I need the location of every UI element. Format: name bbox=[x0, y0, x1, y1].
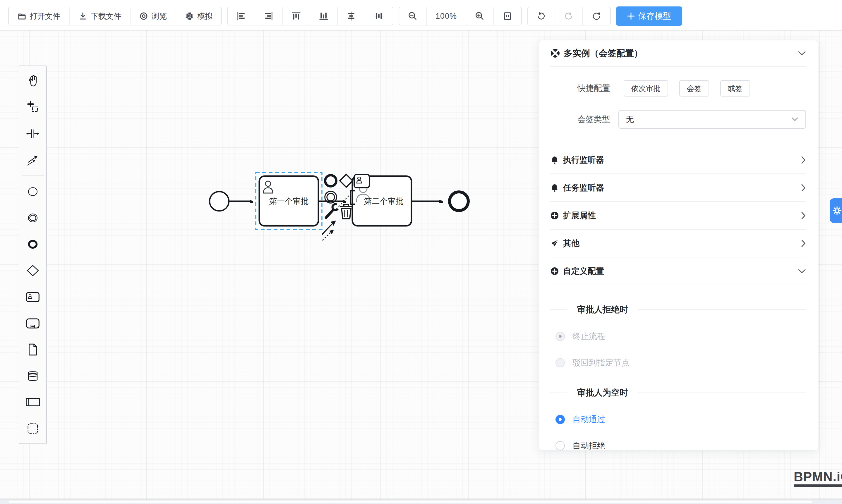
fit-viewport-icon bbox=[503, 11, 512, 21]
append-end-event-icon[interactable] bbox=[325, 175, 336, 186]
append-intermediate-event-icon[interactable] bbox=[325, 191, 337, 203]
download-file-button[interactable]: 下载文件 bbox=[70, 7, 130, 25]
panel-title-text: 多实例（会签配置） bbox=[564, 48, 643, 59]
radio-return-to-node[interactable]: 驳回到指定节点 bbox=[556, 357, 806, 368]
chevron-right-icon bbox=[801, 212, 806, 220]
align-top-button[interactable] bbox=[283, 7, 310, 25]
zoom-out-button[interactable] bbox=[399, 7, 427, 25]
radio-auto-pass[interactable]: 自动通过 bbox=[556, 414, 806, 425]
start-event-shape[interactable] bbox=[210, 192, 229, 211]
intermediate-event-icon bbox=[24, 209, 41, 227]
section-execution-listener[interactable]: 执行监听器 bbox=[550, 146, 806, 174]
horizontal-scrollbar[interactable] bbox=[0, 499, 842, 504]
append-text-annotation-icon[interactable] bbox=[351, 191, 355, 204]
chevron-down-icon bbox=[798, 269, 806, 274]
user-task-icon bbox=[24, 288, 41, 306]
scrollbar-thumb[interactable] bbox=[8, 500, 813, 503]
preview-button[interactable]: 浏览 bbox=[130, 7, 176, 25]
folder-open-icon bbox=[18, 12, 27, 20]
participant-icon bbox=[24, 393, 41, 411]
radio-icon bbox=[556, 358, 565, 367]
align-top-icon bbox=[291, 11, 301, 21]
lasso-tool[interactable] bbox=[19, 94, 46, 121]
divider-line bbox=[638, 309, 806, 310]
panel-header[interactable]: 多实例（会签配置） bbox=[550, 40, 806, 67]
sign-type-select[interactable]: 无 bbox=[618, 110, 806, 129]
toolbar: 打开文件 下载文件 浏览 bbox=[8, 6, 682, 26]
plus-icon bbox=[627, 12, 635, 20]
divider-line bbox=[550, 309, 567, 310]
chevron-down-icon bbox=[798, 51, 806, 56]
radio-auto-reject[interactable]: 自动拒绝 bbox=[556, 440, 806, 450]
open-file-label: 打开文件 bbox=[30, 11, 60, 21]
section-label: 扩展属性 bbox=[563, 210, 796, 221]
divider-line bbox=[638, 393, 806, 393]
section-task-listener[interactable]: 任务监听器 bbox=[550, 174, 806, 202]
undo-button[interactable] bbox=[528, 7, 555, 25]
hand-icon bbox=[24, 72, 41, 90]
task1-label: 第一个审批 bbox=[269, 197, 309, 205]
radio-terminate-process[interactable]: 终止流程 bbox=[556, 331, 806, 342]
chevron-right-icon bbox=[801, 156, 806, 164]
sign-type-value: 无 bbox=[626, 114, 634, 125]
section-custom-config[interactable]: 自定义配置 bbox=[550, 257, 806, 285]
reject-group-title: 审批人拒绝时 bbox=[577, 304, 628, 316]
palette-divider bbox=[22, 176, 44, 176]
bpmn-io-logo[interactable]: BPMN.iO bbox=[794, 470, 842, 487]
reset-icon bbox=[591, 11, 602, 21]
radio-label: 自动拒绝 bbox=[573, 440, 605, 450]
align-left-icon bbox=[236, 11, 246, 21]
append-user-task-icon[interactable] bbox=[354, 174, 369, 188]
section-label: 其他 bbox=[563, 238, 796, 249]
align-button-group bbox=[227, 7, 393, 25]
create-intermediate-event[interactable] bbox=[19, 205, 46, 231]
create-data-object[interactable] bbox=[19, 336, 46, 363]
create-gateway[interactable] bbox=[19, 257, 46, 284]
quick-config-options: 依次审批 会签 或签 bbox=[624, 80, 750, 96]
create-group[interactable] bbox=[19, 415, 46, 442]
space-tool[interactable] bbox=[19, 121, 46, 147]
open-file-button[interactable]: 打开文件 bbox=[9, 7, 70, 25]
panel-title: 多实例（会签配置） bbox=[550, 48, 798, 59]
quick-option-countersign[interactable]: 会签 bbox=[679, 80, 709, 96]
start-event-icon bbox=[24, 183, 41, 200]
section-extended-properties[interactable]: 扩展属性 bbox=[550, 202, 806, 230]
simulate-label: 模拟 bbox=[197, 11, 212, 21]
save-model-button[interactable]: 保存模型 bbox=[616, 6, 682, 26]
chevron-right-icon bbox=[801, 184, 806, 192]
align-center-horizontal-icon bbox=[346, 11, 356, 21]
section-label: 自定义配置 bbox=[563, 266, 794, 277]
align-middle-vertical-button[interactable] bbox=[365, 7, 393, 25]
fit-viewport-button[interactable] bbox=[494, 7, 521, 25]
zoom-in-button[interactable] bbox=[466, 7, 494, 25]
create-data-store[interactable] bbox=[19, 363, 46, 389]
global-connect-tool[interactable] bbox=[19, 147, 46, 173]
delete-trash-icon[interactable] bbox=[340, 205, 352, 219]
hand-tool[interactable] bbox=[19, 68, 46, 94]
sign-type-row: 会签类型 无 bbox=[550, 110, 806, 129]
quick-option-sequential[interactable]: 依次审批 bbox=[624, 80, 668, 96]
quick-option-orsign[interactable]: 或签 bbox=[720, 80, 750, 96]
align-right-button[interactable] bbox=[255, 7, 283, 25]
create-user-task[interactable] bbox=[19, 284, 46, 310]
create-subprocess[interactable] bbox=[19, 310, 46, 336]
align-left-button[interactable] bbox=[228, 7, 255, 25]
end-event-shape[interactable] bbox=[450, 192, 468, 211]
align-bottom-icon bbox=[318, 11, 329, 21]
task2-label: 第二个审批 bbox=[364, 197, 404, 205]
task-first-approval[interactable]: 第一个审批 bbox=[259, 176, 318, 226]
subprocess-icon bbox=[24, 314, 41, 332]
redo-button[interactable] bbox=[555, 7, 583, 25]
align-center-horizontal-button[interactable] bbox=[338, 7, 365, 25]
chip-icon bbox=[185, 12, 194, 20]
gateway-icon bbox=[24, 262, 41, 280]
align-bottom-button[interactable] bbox=[310, 7, 338, 25]
bell-icon bbox=[550, 156, 559, 164]
section-other[interactable]: 其他 bbox=[550, 230, 806, 257]
create-participant[interactable] bbox=[19, 389, 46, 415]
create-start-event[interactable] bbox=[19, 178, 46, 205]
create-end-event[interactable] bbox=[19, 231, 46, 257]
settings-fab-button[interactable] bbox=[830, 198, 842, 223]
reset-button[interactable] bbox=[583, 7, 610, 25]
simulate-button[interactable]: 模拟 bbox=[176, 7, 221, 25]
